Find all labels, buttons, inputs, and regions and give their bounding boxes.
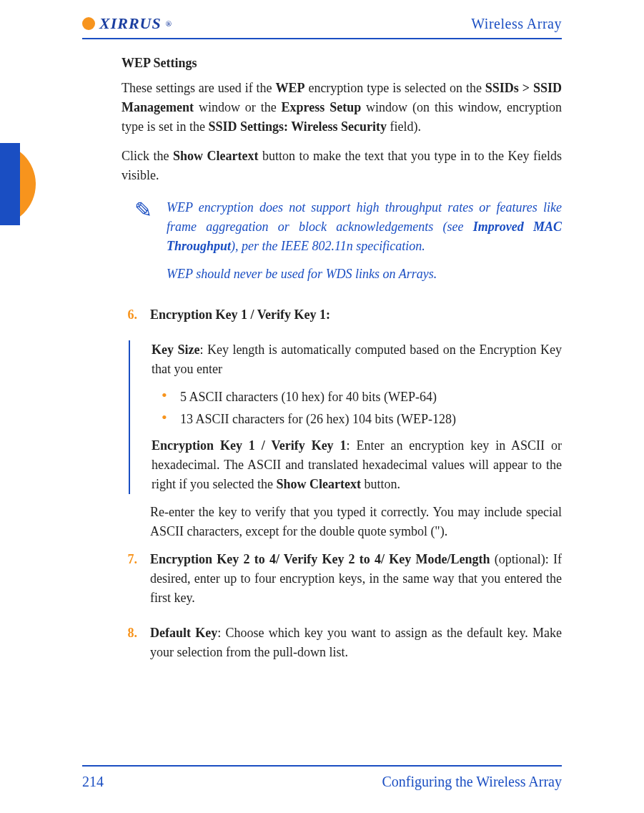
text: : Key length is automatically computed b…: [152, 343, 562, 376]
brand-logo: XIRRUS ®: [82, 14, 172, 33]
text: encryption type is selected on the: [304, 81, 485, 95]
key-size: Key Size: Key length is automatically co…: [152, 340, 562, 379]
page: XIRRUS ® Wireless Array WEP Settings The…: [0, 0, 644, 813]
text-bold: SSID Settings: Wireless Security: [208, 119, 387, 134]
header-rule: [82, 38, 562, 39]
step-6-detail: Key Size: Key length is automatically co…: [150, 340, 562, 541]
note-line-1: WEP encryption does not support high thr…: [167, 198, 562, 256]
text-bold: Encryption Key 1 / Verify Key 1: [152, 438, 347, 453]
text-bold: Express Setup: [282, 100, 362, 114]
intro-p1: These settings are used if the WEP encry…: [122, 79, 562, 137]
list-item: 5 ASCII characters (10 hex) for 40 bits …: [162, 388, 562, 407]
step-body: Encryption Key 2 to 4/ Verify Key 2 to 4…: [150, 550, 562, 616]
text: ), per the IEEE 802.11n specification.: [231, 239, 425, 253]
text-bold: WEP: [275, 81, 304, 95]
reenter: Re-enter the key to verify that you type…: [150, 503, 562, 541]
pencil-icon: ✎: [134, 199, 152, 292]
text-bold: Default Key: [150, 626, 217, 640]
step-body: Encryption Key 1 / Verify Key 1:: [150, 305, 562, 333]
note-line-2: WEP should never be used for WDS links o…: [167, 265, 562, 284]
page-content: WEP Settings These settings are used if …: [122, 54, 562, 745]
note-block: ✎ WEP encryption does not support high t…: [134, 198, 562, 292]
footer-rule: [82, 765, 562, 767]
registered-icon: ®: [166, 19, 172, 28]
step-6-title: Encryption Key 1 / Verify Key 1:: [150, 307, 330, 322]
footer-section: Configuring the Wireless Array: [382, 774, 562, 790]
step-7: 7. Encryption Key 2 to 4/ Verify Key 2 t…: [122, 550, 562, 616]
page-header: XIRRUS ® Wireless Array: [82, 14, 562, 33]
note-body: WEP encryption does not support high thr…: [167, 198, 562, 292]
step-8: 8. Default Key: Choose which key you wan…: [122, 624, 562, 671]
step-number: 8.: [122, 624, 137, 671]
text: window or the: [194, 100, 282, 114]
section-heading: WEP Settings: [122, 54, 562, 73]
text-bold: Encryption Key 2 to 4/ Verify Key 2 to 4…: [150, 552, 490, 566]
doc-title: Wireless Array: [471, 16, 562, 32]
text-bold: Key Size: [152, 343, 199, 357]
page-number: 214: [82, 774, 104, 790]
logo-mark-icon: [82, 17, 95, 30]
list-item: 13 ASCII characters for (26 hex) 104 bit…: [162, 410, 562, 429]
text: button.: [361, 477, 400, 491]
text: These settings are used if the: [122, 81, 275, 95]
step-body: Default Key: Choose which key you want t…: [150, 624, 562, 671]
bullet-list: 5 ASCII characters (10 hex) for 40 bits …: [162, 388, 562, 429]
text-bold: Show Cleartext: [276, 477, 360, 491]
text-bold: Show Cleartext: [173, 149, 258, 163]
text: field).: [387, 119, 421, 134]
step-7-text: Encryption Key 2 to 4/ Verify Key 2 to 4…: [150, 550, 562, 608]
step-number: 7.: [122, 550, 137, 616]
brand-text: XIRRUS: [99, 14, 162, 33]
thumb-tab-blue: [0, 143, 20, 225]
intro-p2: Click the Show Cleartext button to make …: [122, 147, 562, 185]
step-6: 6. Encryption Key 1 / Verify Key 1:: [122, 305, 562, 333]
change-bar: Key Size: Key length is automatically co…: [129, 340, 562, 494]
text: Click the: [122, 149, 173, 163]
enc-key: Encryption Key 1 / Verify Key 1: Enter a…: [152, 436, 562, 494]
step-number: 6.: [122, 305, 137, 333]
page-footer: 214 Configuring the Wireless Array: [82, 774, 562, 790]
step-8-text: Default Key: Choose which key you want t…: [150, 624, 562, 662]
